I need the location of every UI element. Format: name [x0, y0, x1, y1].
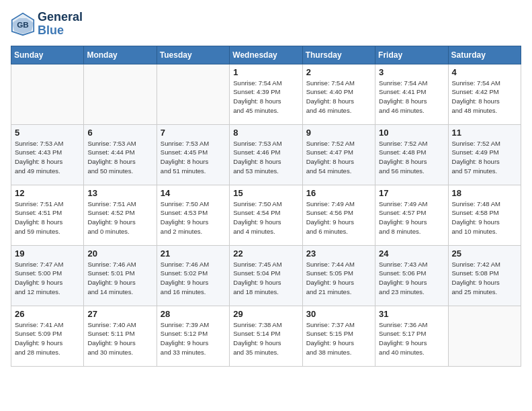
calendar-cell: 15Sunrise: 7:50 AM Sunset: 4:54 PM Dayli…: [230, 185, 302, 245]
day-info: Sunrise: 7:52 AM Sunset: 4:49 PM Dayligh…: [452, 139, 517, 176]
calendar-cell: 30Sunrise: 7:37 AM Sunset: 5:15 PM Dayli…: [302, 306, 375, 366]
day-number: 10: [379, 128, 444, 138]
day-number: 16: [306, 188, 371, 198]
day-number: 15: [233, 188, 298, 198]
calendar-cell: 2Sunrise: 7:54 AM Sunset: 4:40 PM Daylig…: [302, 64, 375, 124]
day-info: Sunrise: 7:40 AM Sunset: 5:11 PM Dayligh…: [87, 320, 152, 357]
day-number: 24: [379, 248, 444, 259]
day-number: 27: [87, 309, 152, 319]
svg-text:GB: GB: [17, 20, 29, 29]
calendar-cell: 1Sunrise: 7:54 AM Sunset: 4:39 PM Daylig…: [230, 64, 302, 124]
day-number: 9: [306, 128, 371, 138]
weekday-header: Sunday: [11, 46, 84, 64]
day-number: 22: [233, 248, 298, 259]
calendar-cell: [157, 64, 229, 124]
day-number: 18: [452, 188, 517, 198]
calendar-cell: 7Sunrise: 7:53 AM Sunset: 4:45 PM Daylig…: [157, 124, 229, 185]
logo-blue: Blue: [38, 24, 83, 38]
day-info: Sunrise: 7:37 AM Sunset: 5:15 PM Dayligh…: [306, 320, 371, 357]
day-number: 30: [306, 309, 371, 319]
calendar-cell: 9Sunrise: 7:52 AM Sunset: 4:47 PM Daylig…: [302, 124, 375, 185]
day-number: 25: [452, 248, 517, 259]
logo-general: General: [38, 11, 83, 24]
day-number: 19: [15, 248, 80, 259]
calendar-cell: 3Sunrise: 7:54 AM Sunset: 4:41 PM Daylig…: [375, 64, 448, 124]
calendar-header: SundayMondayTuesdayWednesdayThursdayFrid…: [11, 46, 521, 64]
day-number: 5: [15, 128, 80, 138]
day-info: Sunrise: 7:39 AM Sunset: 5:12 PM Dayligh…: [161, 320, 226, 357]
logo: GB General Blue: [11, 11, 83, 38]
logo-icon: GB: [11, 12, 35, 36]
day-info: Sunrise: 7:54 AM Sunset: 4:39 PM Dayligh…: [233, 79, 298, 116]
day-info: Sunrise: 7:51 AM Sunset: 4:52 PM Dayligh…: [87, 199, 152, 236]
calendar-cell: 13Sunrise: 7:51 AM Sunset: 4:52 PM Dayli…: [84, 185, 157, 245]
day-number: 8: [233, 128, 298, 138]
calendar-cell: 28Sunrise: 7:39 AM Sunset: 5:12 PM Dayli…: [157, 306, 229, 366]
calendar-week-row: 12Sunrise: 7:51 AM Sunset: 4:51 PM Dayli…: [11, 185, 521, 245]
weekday-header: Friday: [375, 46, 448, 64]
day-info: Sunrise: 7:42 AM Sunset: 5:08 PM Dayligh…: [452, 260, 517, 297]
calendar-cell: 11Sunrise: 7:52 AM Sunset: 4:49 PM Dayli…: [448, 124, 521, 185]
calendar-cell: 27Sunrise: 7:40 AM Sunset: 5:11 PM Dayli…: [84, 306, 157, 366]
day-info: Sunrise: 7:49 AM Sunset: 4:57 PM Dayligh…: [379, 199, 444, 236]
day-number: 31: [379, 309, 444, 319]
day-info: Sunrise: 7:36 AM Sunset: 5:17 PM Dayligh…: [379, 320, 444, 357]
day-info: Sunrise: 7:49 AM Sunset: 4:56 PM Dayligh…: [306, 199, 371, 236]
day-info: Sunrise: 7:43 AM Sunset: 5:06 PM Dayligh…: [379, 260, 444, 297]
calendar-cell: 21Sunrise: 7:46 AM Sunset: 5:02 PM Dayli…: [157, 245, 229, 306]
calendar-week-row: 1Sunrise: 7:54 AM Sunset: 4:39 PM Daylig…: [11, 64, 521, 124]
calendar-cell: 19Sunrise: 7:47 AM Sunset: 5:00 PM Dayli…: [11, 245, 84, 306]
day-number: 4: [452, 67, 517, 77]
day-info: Sunrise: 7:38 AM Sunset: 5:14 PM Dayligh…: [233, 320, 298, 357]
day-number: 13: [87, 188, 152, 198]
day-info: Sunrise: 7:47 AM Sunset: 5:00 PM Dayligh…: [15, 260, 80, 297]
day-info: Sunrise: 7:51 AM Sunset: 4:51 PM Dayligh…: [15, 199, 80, 236]
calendar-cell: 14Sunrise: 7:50 AM Sunset: 4:53 PM Dayli…: [157, 185, 229, 245]
calendar-cell: 8Sunrise: 7:53 AM Sunset: 4:46 PM Daylig…: [230, 124, 302, 185]
day-number: 12: [15, 188, 80, 198]
day-info: Sunrise: 7:46 AM Sunset: 5:02 PM Dayligh…: [161, 260, 226, 297]
weekday-header: Thursday: [302, 46, 375, 64]
calendar-cell: 16Sunrise: 7:49 AM Sunset: 4:56 PM Dayli…: [302, 185, 375, 245]
day-info: Sunrise: 7:52 AM Sunset: 4:48 PM Dayligh…: [379, 139, 444, 176]
calendar-week-row: 26Sunrise: 7:41 AM Sunset: 5:09 PM Dayli…: [11, 306, 521, 366]
day-info: Sunrise: 7:44 AM Sunset: 5:05 PM Dayligh…: [306, 260, 371, 297]
calendar-cell: 5Sunrise: 7:53 AM Sunset: 4:43 PM Daylig…: [11, 124, 84, 185]
calendar-cell: 20Sunrise: 7:46 AM Sunset: 5:01 PM Dayli…: [84, 245, 157, 306]
day-number: 11: [452, 128, 517, 138]
day-info: Sunrise: 7:54 AM Sunset: 4:41 PM Dayligh…: [379, 79, 444, 116]
calendar-cell: 26Sunrise: 7:41 AM Sunset: 5:09 PM Dayli…: [11, 306, 84, 366]
calendar-cell: [448, 306, 521, 366]
day-info: Sunrise: 7:41 AM Sunset: 5:09 PM Dayligh…: [15, 320, 80, 357]
day-number: 1: [233, 67, 298, 77]
day-info: Sunrise: 7:48 AM Sunset: 4:58 PM Dayligh…: [452, 199, 517, 236]
day-number: 29: [233, 309, 298, 319]
day-info: Sunrise: 7:50 AM Sunset: 4:53 PM Dayligh…: [161, 199, 226, 236]
day-number: 7: [161, 128, 226, 138]
day-number: 26: [15, 309, 80, 319]
day-info: Sunrise: 7:45 AM Sunset: 5:04 PM Dayligh…: [233, 260, 298, 297]
calendar-week-row: 19Sunrise: 7:47 AM Sunset: 5:00 PM Dayli…: [11, 245, 521, 306]
day-number: 17: [379, 188, 444, 198]
day-number: 3: [379, 67, 444, 77]
calendar-cell: 4Sunrise: 7:54 AM Sunset: 4:42 PM Daylig…: [448, 64, 521, 124]
weekday-header: Tuesday: [157, 46, 229, 64]
page-header: GB General Blue: [11, 11, 521, 38]
day-info: Sunrise: 7:53 AM Sunset: 4:46 PM Dayligh…: [233, 139, 298, 176]
day-number: 28: [161, 309, 226, 319]
day-info: Sunrise: 7:54 AM Sunset: 4:42 PM Dayligh…: [452, 79, 517, 116]
day-number: 20: [87, 248, 152, 259]
day-info: Sunrise: 7:46 AM Sunset: 5:01 PM Dayligh…: [87, 260, 152, 297]
day-number: 21: [161, 248, 226, 259]
day-info: Sunrise: 7:50 AM Sunset: 4:54 PM Dayligh…: [233, 199, 298, 236]
calendar-cell: 18Sunrise: 7:48 AM Sunset: 4:58 PM Dayli…: [448, 185, 521, 245]
day-info: Sunrise: 7:53 AM Sunset: 4:44 PM Dayligh…: [87, 139, 152, 176]
calendar-cell: 17Sunrise: 7:49 AM Sunset: 4:57 PM Dayli…: [375, 185, 448, 245]
calendar-cell: 23Sunrise: 7:44 AM Sunset: 5:05 PM Dayli…: [302, 245, 375, 306]
day-info: Sunrise: 7:52 AM Sunset: 4:47 PM Dayligh…: [306, 139, 371, 176]
calendar-cell: 22Sunrise: 7:45 AM Sunset: 5:04 PM Dayli…: [230, 245, 302, 306]
day-info: Sunrise: 7:53 AM Sunset: 4:43 PM Dayligh…: [15, 139, 80, 176]
calendar-table: SundayMondayTuesdayWednesdayThursdayFrid…: [11, 46, 521, 367]
day-number: 14: [161, 188, 226, 198]
calendar-cell: [11, 64, 84, 124]
